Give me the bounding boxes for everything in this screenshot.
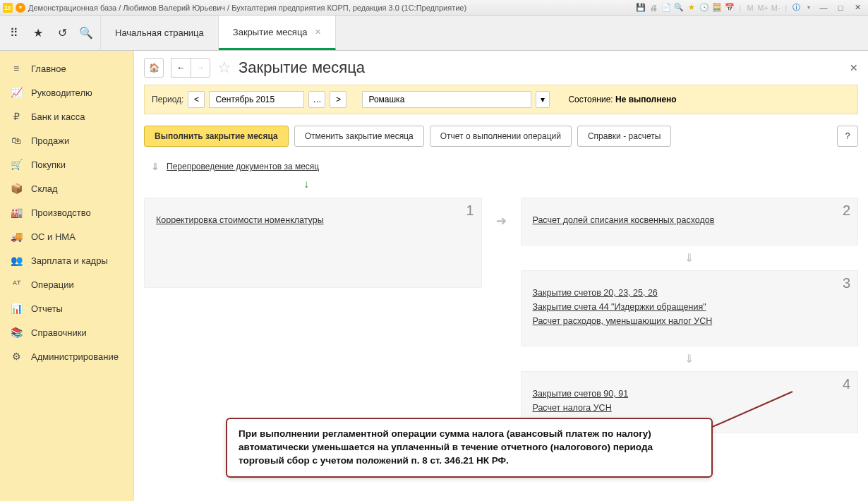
sidebar-item-label: Главное [31, 64, 66, 74]
tab-month-close[interactable]: Закрытие месяца ✕ [219, 16, 336, 50]
step3-link-2[interactable]: Расчет расходов, уменьшающих налог УСН [533, 316, 847, 326]
step-1: 1 Корректировка стоимости номенклатуры [144, 198, 482, 288]
history-nav-icon[interactable]: ↺ [55, 26, 69, 40]
period-label: Период: [152, 95, 183, 104]
forward-button[interactable]: → [191, 58, 210, 78]
right-arrow-icon: ➔ [496, 213, 507, 229]
sidebar-item-main[interactable]: ≡Главное [0, 56, 133, 80]
calc-icon[interactable]: 🧮 [711, 2, 723, 13]
sidebar-item-salary[interactable]: 👥Зарплата и кадры [0, 248, 133, 272]
sidebar-item-operations[interactable]: ᴬᵀОперации [0, 272, 133, 296]
step-3: 3 Закрытие счетов 20, 23, 25, 26 Закрыти… [521, 270, 859, 346]
step2-link-0[interactable]: Расчет долей списания косвенных расходов [533, 215, 847, 225]
step-2: 2 Расчет долей списания косвенных расход… [521, 198, 859, 246]
bars-icon: 📊 [10, 302, 23, 315]
sidebar-item-label: Банк и касса [31, 111, 85, 122]
period-next-button[interactable]: > [330, 91, 346, 108]
operations-icon: ᴬᵀ [10, 278, 23, 291]
step4-link-1[interactable]: Расчет налога УСН [533, 403, 847, 413]
save-icon[interactable]: 💾 [635, 2, 646, 13]
tab-home-label: Начальная страница [115, 28, 204, 38]
step3-link-1[interactable]: Закрытие счета 44 "Издержки обращения" [533, 302, 847, 312]
back-button[interactable]: ← [171, 58, 191, 78]
chart-icon: 📈 [10, 86, 23, 99]
cart-icon: 🛒 [10, 158, 23, 171]
sidebar-item-label: Зарплата и кадры [31, 255, 108, 266]
sidebar-item-label: Покупки [31, 159, 66, 170]
content-close-button[interactable]: ✕ [850, 62, 858, 73]
sidebar-item-reports[interactable]: 📊Отчеты [0, 296, 133, 320]
doc-icon[interactable]: 📄 [661, 2, 672, 13]
tab-close-icon[interactable]: ✕ [315, 28, 321, 37]
truck-icon: 🚚 [10, 230, 23, 243]
period-picker-button[interactable]: … [308, 91, 325, 108]
tab-home[interactable]: Начальная страница [101, 16, 219, 50]
down-grey-arrow-icon: ⇓ [521, 352, 859, 366]
app-menu-dropdown-icon[interactable]: ▾ [16, 3, 25, 13]
sidebar-item-label: ОС и НМА [31, 231, 76, 242]
sidebar-item-purchases[interactable]: 🛒Покупки [0, 152, 133, 176]
org-field[interactable]: Ромашка [362, 91, 531, 108]
org-dropdown-button[interactable]: ▾ [536, 91, 550, 108]
ruble-icon: ₽ [10, 110, 23, 123]
sidebar-item-sales[interactable]: 🛍Продажи [0, 128, 133, 152]
step-num: 2 [843, 203, 850, 219]
apps-icon[interactable]: ⠿ [7, 26, 21, 40]
sidebar-item-label: Продажи [31, 135, 69, 146]
sidebar-item-label: Операции [31, 279, 74, 290]
sidebar-item-bank[interactable]: ₽Банк и касса [0, 104, 133, 128]
sidebar-item-warehouse[interactable]: 📦Склад [0, 176, 133, 200]
sidebar-item-label: Отчеты [31, 303, 63, 314]
period-field[interactable]: Сентябрь 2015 [209, 91, 304, 108]
period-prev-button[interactable]: < [188, 91, 205, 108]
content: 🏠 ← → ☆ Закрытие месяца ✕ Период: < Сент… [134, 51, 868, 501]
favorite-star-icon[interactable]: ☆ [217, 59, 231, 77]
m-minus-button[interactable]: M- [770, 2, 781, 13]
step4-link-0[interactable]: Закрытие счетов 90, 91 [533, 389, 847, 399]
step-num: 4 [843, 376, 850, 392]
cancel-button[interactable]: Отменить закрытие месяца [294, 126, 424, 147]
report-button[interactable]: Отчет о выполнении операций [430, 126, 572, 147]
step1-link-0[interactable]: Корректировка стоимости номенклатуры [156, 215, 470, 225]
info-icon[interactable]: ⓘ [790, 2, 802, 13]
factory-icon: 🏭 [10, 206, 23, 219]
execute-button[interactable]: Выполнить закрытие месяца [144, 126, 289, 147]
m-plus-button[interactable]: M+ [757, 2, 768, 13]
close-window-button[interactable]: ✕ [850, 2, 865, 13]
sidebar-item-catalogs[interactable]: 📚Справочники [0, 320, 133, 344]
gear-icon: ⚙ [10, 350, 23, 363]
app-logo-icon: 1c [3, 3, 13, 13]
callout-pointer [704, 388, 796, 430]
repost-link[interactable]: Перепроведение документов за месяц [167, 162, 319, 171]
star-icon[interactable]: ★ [31, 26, 45, 40]
print-icon[interactable]: 🖨 [648, 2, 659, 13]
tab-month-close-label: Закрытие месяца [233, 27, 308, 37]
sidebar-item-assets[interactable]: 🚚ОС и НМА [0, 224, 133, 248]
callout-box: При выполнении регламентной операции сум… [226, 418, 713, 478]
tabbar: ⠿ ★ ↺ 🔍 Начальная страница Закрытие меся… [0, 16, 868, 51]
page-title: Закрытие месяца [239, 59, 365, 77]
history-icon[interactable]: 🕓 [699, 2, 710, 13]
minimize-button[interactable]: — [816, 2, 831, 13]
callout-text: При выполнении регламентной операции сум… [239, 428, 653, 466]
refs-button[interactable]: Справки - расчеты [577, 126, 671, 147]
books-icon: 📚 [10, 326, 23, 339]
sidebar-item-manager[interactable]: 📈Руководителю [0, 80, 133, 104]
step3-link-0[interactable]: Закрытие счетов 20, 23, 25, 26 [533, 288, 847, 298]
sidebar-item-production[interactable]: 🏭Производство [0, 200, 133, 224]
maximize-button[interactable]: □ [833, 2, 848, 13]
help-button[interactable]: ? [837, 126, 858, 147]
period-bar: Период: < Сентябрь 2015 … > Ромашка ▾ Со… [144, 85, 858, 114]
calendar-icon[interactable]: 📅 [724, 2, 735, 13]
people-icon: 👥 [10, 254, 23, 267]
sidebar-item-admin[interactable]: ⚙Администрирование [0, 344, 133, 368]
favorite-icon[interactable]: ★ [686, 2, 697, 13]
down-grey-arrow-icon: ⇓ [521, 251, 859, 265]
down-arrow-icon: ⇓ [151, 161, 159, 172]
home-button[interactable]: 🏠 [144, 58, 164, 78]
info-dd-icon[interactable]: ▾ [803, 2, 814, 13]
m-button[interactable]: M [745, 2, 756, 13]
bag-icon: 🛍 [10, 134, 23, 147]
search-icon[interactable]: 🔍 [79, 26, 93, 40]
compare-icon[interactable]: 🔍 [673, 2, 685, 13]
